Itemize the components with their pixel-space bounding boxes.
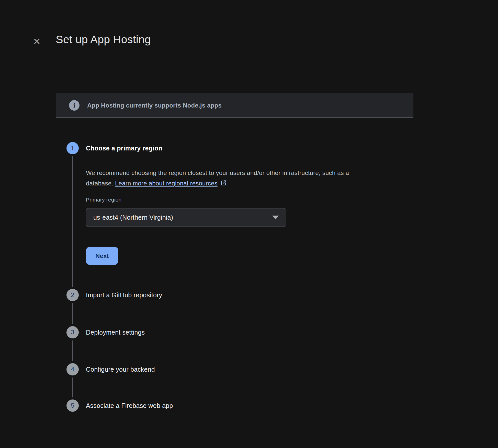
description-line-2: database. Learn more about regional reso…: [86, 180, 227, 187]
dropdown-caret-icon: [272, 216, 279, 219]
step-5-circle: 5: [66, 399, 79, 412]
step-1-label: Choose a primary region: [86, 145, 162, 152]
close-button[interactable]: ✕: [30, 34, 44, 49]
description-line-1: We recommend choosing the region closest…: [86, 168, 400, 178]
step-row-configure-backend: 4 Configure your backend: [66, 363, 155, 375]
close-icon: ✕: [33, 37, 41, 46]
step-2-label: Import a GitHub repository: [86, 291, 162, 299]
primary-region-select[interactable]: us-east4 (Northern Virginia): [86, 208, 286, 227]
regional-resources-link[interactable]: Learn more about regional resources: [115, 180, 218, 187]
step-3-circle: 3: [66, 326, 79, 338]
step-row-import-github: 2 Import a GitHub repository: [66, 289, 162, 301]
step-1-circle: 1: [66, 142, 79, 154]
step-3-label: Deployment settings: [86, 329, 145, 336]
setup-app-hosting-dialog: { "dialog": { "title": "Set up App Hosti…: [0, 0, 498, 448]
page-title: Set up App Hosting: [56, 32, 151, 46]
info-icon: i: [69, 100, 80, 111]
step-4-label: Configure your backend: [86, 366, 155, 373]
step-4-circle: 4: [66, 363, 79, 375]
step-2-circle: 2: [66, 289, 79, 301]
step-row-associate-web-app: 5 Associate a Firebase web app: [66, 399, 173, 412]
region-description: We recommend choosing the region closest…: [86, 168, 400, 188]
primary-region-value: us-east4 (Northern Virginia): [93, 214, 272, 221]
next-button[interactable]: Next: [86, 247, 118, 265]
info-banner: i App Hosting currently supports Node.js…: [56, 93, 413, 118]
step-row-deployment-settings: 3 Deployment settings: [66, 326, 145, 338]
open-in-new-icon: [220, 180, 227, 186]
step-connector: [72, 378, 73, 397]
step-5-label: Associate a Firebase web app: [86, 402, 173, 409]
step-connector: [72, 156, 73, 287]
step-row-choose-region: 1 Choose a primary region: [66, 142, 162, 154]
primary-region-label: Primary region: [86, 197, 121, 203]
banner-text: App Hosting currently supports Node.js a…: [87, 102, 222, 109]
step-connector: [72, 303, 73, 324]
step-connector: [72, 340, 73, 361]
